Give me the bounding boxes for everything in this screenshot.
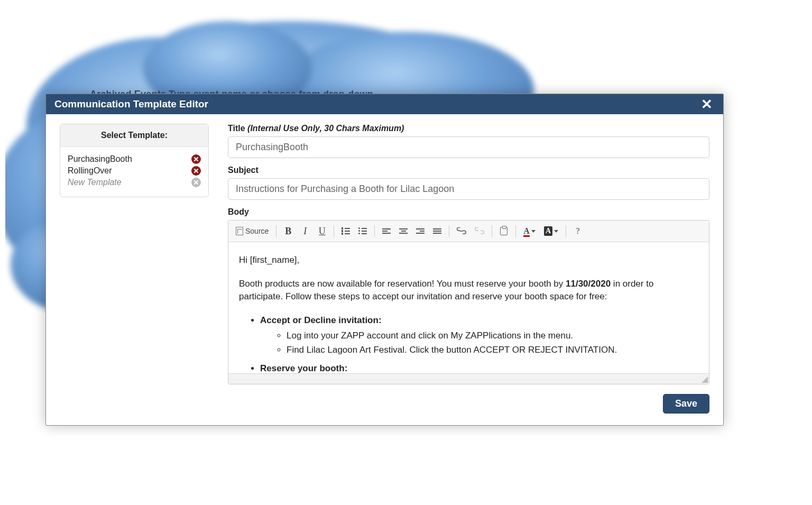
- template-item[interactable]: RollingOver: [68, 165, 201, 177]
- body-step-2: Reserve your booth:: [260, 362, 698, 373]
- modal-title: Communication Template Editor: [54, 98, 208, 110]
- template-name: PurchasingBooth: [68, 154, 132, 164]
- toolbar-separator: [276, 225, 276, 237]
- template-list-panel: Select Template: PurchasingBooth Rolling…: [60, 124, 209, 197]
- modal-header: Communication Template Editor ✕: [46, 94, 723, 114]
- template-item[interactable]: PurchasingBooth: [68, 153, 201, 165]
- title-input[interactable]: [228, 136, 709, 158]
- resize-handle[interactable]: [702, 377, 708, 383]
- chevron-down-icon: [531, 230, 536, 233]
- close-icon[interactable]: ✕: [699, 97, 715, 111]
- template-list: PurchasingBooth RollingOver New Template: [60, 147, 208, 197]
- delete-icon[interactable]: [191, 166, 201, 176]
- save-button[interactable]: Save: [663, 394, 709, 414]
- text-color-icon: A: [523, 226, 530, 236]
- align-right-icon: [416, 227, 425, 235]
- editor-footer: [228, 373, 709, 384]
- template-list-header: Select Template:: [60, 124, 208, 147]
- body-step-1-sub: Find Lilac Lagoon Art Festival. Click th…: [287, 344, 698, 357]
- editor-form: Title (Internal Use Only, 30 Chars Maxim…: [228, 124, 709, 414]
- align-center-button[interactable]: [396, 224, 411, 238]
- source-icon: [236, 227, 243, 235]
- toolbar-separator: [334, 225, 334, 237]
- body-step-1: Accept or Decline invitation: Log into y…: [260, 314, 698, 357]
- link-icon: [457, 227, 466, 235]
- delete-icon[interactable]: [191, 154, 201, 164]
- numbered-list-icon: [342, 226, 350, 236]
- align-center-icon: [399, 227, 408, 235]
- align-justify-icon: [433, 227, 441, 235]
- link-button[interactable]: [454, 224, 469, 238]
- template-editor-modal: Communication Template Editor ✕ Select T…: [45, 94, 724, 426]
- align-left-icon: [382, 227, 391, 235]
- body-step-1-sub: Log into your ZAPP account and click on …: [287, 329, 698, 343]
- template-name: RollingOver: [68, 166, 112, 176]
- background-color-button[interactable]: A: [541, 224, 561, 238]
- bulleted-list-icon: [358, 226, 367, 236]
- chevron-down-icon: [554, 230, 558, 233]
- title-label: Title (Internal Use Only, 30 Chars Maxim…: [228, 124, 709, 133]
- align-left-button[interactable]: [379, 224, 394, 238]
- editor-toolbar: Source B I U: [228, 221, 709, 242]
- subject-input[interactable]: [228, 178, 709, 200]
- numbered-list-button[interactable]: [338, 224, 353, 238]
- background-color-icon: A: [544, 226, 552, 236]
- italic-button[interactable]: I: [298, 224, 312, 238]
- clipboard-icon: [500, 227, 508, 235]
- toolbar-separator: [566, 225, 566, 237]
- help-button[interactable]: ?: [570, 224, 585, 238]
- bulleted-list-button[interactable]: [355, 224, 370, 238]
- align-right-button[interactable]: [413, 224, 428, 238]
- underline-button[interactable]: U: [315, 224, 329, 238]
- template-item-new[interactable]: New Template: [68, 177, 201, 188]
- subject-label: Subject: [228, 166, 709, 175]
- unlink-icon: [475, 227, 484, 235]
- unlink-button[interactable]: [472, 224, 487, 238]
- body-greeting: Hi [first_name],: [239, 254, 698, 267]
- toolbar-separator: [515, 225, 516, 237]
- template-name: New Template: [68, 178, 122, 187]
- rich-text-editor: Source B I U: [228, 220, 709, 384]
- align-justify-button[interactable]: [430, 224, 445, 238]
- bold-button[interactable]: B: [281, 224, 296, 238]
- delete-icon[interactable]: [191, 178, 201, 187]
- toolbar-separator: [374, 225, 375, 237]
- text-color-button[interactable]: A: [520, 224, 539, 238]
- toolbar-separator: [449, 225, 449, 237]
- body-intro: Booth products are now available for res…: [239, 278, 698, 304]
- body-label: Body: [228, 207, 709, 217]
- toolbar-separator: [492, 225, 492, 237]
- body-editor-area[interactable]: Hi [first_name], Booth products are now …: [228, 242, 709, 373]
- source-button[interactable]: Source: [233, 224, 272, 238]
- paste-from-word-button[interactable]: [496, 224, 511, 238]
